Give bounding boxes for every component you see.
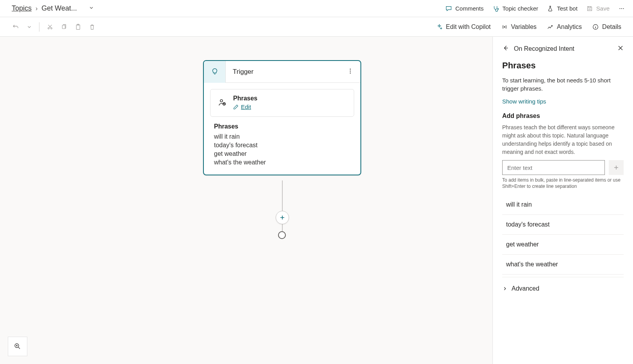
comments-button[interactable]: Comments — [445, 5, 484, 12]
phrase-list-item[interactable]: what's the weather — [502, 255, 624, 275]
panel-close-button[interactable] — [617, 45, 624, 52]
bulk-hint: To add items in bulk, paste in line-sepa… — [502, 177, 624, 189]
chevron-right-icon — [502, 286, 508, 291]
connector-line — [282, 180, 283, 235]
ellipsis-icon — [618, 5, 625, 12]
save-icon — [586, 5, 593, 12]
plus-icon — [279, 214, 285, 221]
phrase-list-item[interactable]: get weather — [502, 235, 624, 255]
test-bot-button[interactable]: Test bot — [547, 5, 578, 12]
variables-label: Variables — [511, 23, 537, 30]
node-phrase: get weather — [214, 150, 350, 158]
svg-point-2 — [621, 8, 622, 9]
variables-button[interactable]: Variables — [501, 23, 537, 30]
analytics-label: Analytics — [557, 23, 582, 30]
zoom-in-icon — [14, 343, 21, 350]
cut-button[interactable] — [46, 23, 53, 30]
phrases-card[interactable]: Phrases Edit — [210, 89, 354, 117]
node-phrases-list: Phrases will it rain today's forecast ge… — [204, 123, 360, 175]
close-icon — [617, 45, 624, 51]
svg-rect-6 — [62, 25, 65, 29]
stethoscope-icon — [492, 5, 499, 12]
info-icon — [592, 23, 599, 30]
analytics-button[interactable]: Analytics — [547, 23, 582, 30]
trigger-icon — [204, 61, 226, 83]
add-phrases-description: Phrases teach the bot different ways som… — [502, 123, 624, 156]
svg-point-11 — [350, 71, 351, 71]
chart-icon — [547, 23, 554, 30]
advanced-label: Advanced — [512, 285, 539, 292]
node-title: Trigger — [226, 68, 340, 76]
flask-icon — [547, 5, 554, 12]
vertical-ellipsis-icon — [347, 68, 353, 74]
svg-point-13 — [220, 100, 223, 102]
phrase-list-item[interactable]: today's forecast — [502, 215, 624, 235]
writing-tips-link[interactable]: Show writing tips — [502, 98, 546, 105]
node-more-menu[interactable] — [340, 68, 360, 75]
pencil-icon — [233, 104, 239, 110]
topic-checker-button[interactable]: Topic checker — [492, 5, 538, 12]
undo-icon — [12, 23, 20, 31]
comments-label: Comments — [455, 5, 484, 12]
properties-panel: On Recognized Intent Phrases To start le… — [492, 37, 633, 364]
svg-rect-7 — [77, 25, 80, 29]
copy-button[interactable] — [61, 23, 68, 30]
node-phrase: will it rain — [214, 132, 350, 141]
comment-icon — [445, 5, 452, 12]
authoring-canvas[interactable]: Trigger Phrases Edit Phrases — [0, 37, 492, 364]
trigger-node[interactable]: Trigger Phrases Edit Phrases — [203, 60, 361, 175]
sparkle-icon — [436, 23, 443, 30]
details-label: Details — [602, 23, 621, 30]
breadcrumb-current: Get Weat... — [41, 4, 77, 12]
panel-context: On Recognized Intent — [514, 45, 613, 52]
delete-button[interactable] — [89, 23, 96, 30]
svg-point-3 — [623, 8, 624, 9]
topic-checker-label: Topic checker — [503, 5, 538, 12]
node-header: Trigger — [204, 61, 360, 83]
node-phrase: what's the weather — [214, 158, 350, 167]
breadcrumb: Topics › Get Weat... — [12, 4, 94, 12]
undo-dropdown[interactable] — [27, 24, 32, 30]
details-button[interactable]: Details — [592, 23, 621, 30]
advanced-section-toggle[interactable]: Advanced — [502, 277, 624, 296]
chevron-down-icon — [27, 24, 32, 30]
edit-with-copilot-button[interactable]: Edit with Copilot — [436, 23, 491, 30]
trash-icon — [89, 23, 96, 30]
zoom-button[interactable] — [8, 337, 27, 356]
breadcrumb-root[interactable]: Topics — [12, 4, 32, 12]
end-node[interactable] — [278, 231, 286, 239]
variable-icon — [501, 23, 508, 30]
add-node-button[interactable] — [276, 211, 289, 224]
node-phrase: today's forecast — [214, 141, 350, 150]
svg-point-12 — [350, 73, 351, 73]
paste-button[interactable] — [75, 23, 82, 30]
svg-point-0 — [497, 8, 499, 9]
scissors-icon — [46, 23, 53, 30]
chevron-right-icon: › — [36, 5, 37, 12]
clipboard-icon — [75, 23, 82, 30]
add-phrase-button[interactable] — [609, 160, 624, 175]
phrase-list-item[interactable]: will it rain — [502, 195, 624, 215]
svg-point-5 — [51, 27, 52, 29]
phrases-heading: Phrases — [214, 123, 350, 130]
test-bot-label: Test bot — [557, 5, 578, 12]
panel-back-button[interactable] — [502, 45, 509, 53]
save-label: Save — [596, 5, 610, 12]
panel-description: To start learning, the bot needs 5-10 sh… — [502, 76, 624, 93]
copy-icon — [61, 23, 68, 30]
svg-point-1 — [619, 8, 620, 9]
svg-point-10 — [350, 69, 351, 70]
undo-button[interactable] — [12, 23, 20, 31]
phrase-input[interactable] — [502, 160, 605, 175]
svg-point-14 — [223, 102, 226, 105]
save-button[interactable]: Save — [586, 5, 610, 12]
add-phrases-heading: Add phrases — [502, 112, 624, 120]
more-menu[interactable] — [618, 5, 625, 12]
arrow-left-icon — [502, 45, 509, 52]
panel-title: Phrases — [502, 61, 624, 71]
person-icon — [218, 98, 227, 108]
edit-phrases-link[interactable]: Edit — [233, 103, 251, 110]
breadcrumb-dropdown[interactable] — [89, 4, 94, 12]
phrases-label: Phrases — [233, 95, 257, 102]
copilot-label: Edit with Copilot — [446, 23, 491, 30]
